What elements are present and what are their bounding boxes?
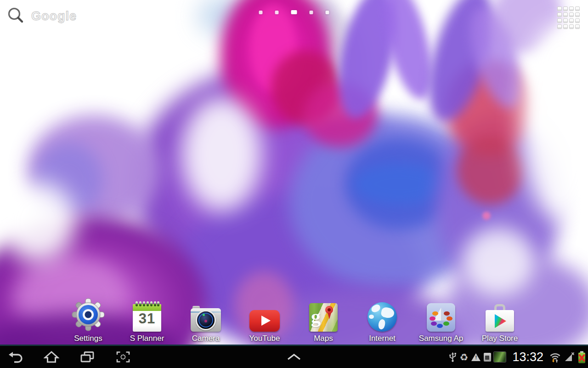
s-planner-icon: 31 <box>133 301 161 332</box>
magnifier-icon <box>6 6 25 26</box>
page-indicator-dot[interactable] <box>259 11 263 14</box>
app-label: Maps <box>314 334 333 343</box>
dock-item-settings[interactable]: Settings <box>59 297 118 343</box>
wifi-traffic-icon <box>549 351 561 363</box>
maps-icon: g <box>309 303 338 332</box>
app-label: Settings <box>74 334 102 343</box>
dock-item-samsung-apps[interactable]: Samsung Ap <box>412 297 470 343</box>
dock-item-play-store[interactable]: Play Store <box>470 297 529 343</box>
dock-item-youtube[interactable]: YouTube <box>235 297 294 343</box>
dock-item-internet[interactable]: Internet <box>353 297 412 343</box>
chevron-up-icon <box>287 354 301 360</box>
expand-panel-button[interactable] <box>287 346 301 368</box>
apps-grid-icon[interactable] <box>557 6 580 29</box>
camera-icon <box>191 306 221 332</box>
dock-item-s-planner[interactable]: 31 S Planner <box>118 297 176 343</box>
ink-blob <box>181 97 262 212</box>
app-label: Internet <box>369 334 396 343</box>
ink-blob <box>0 182 76 262</box>
internet-globe-icon <box>368 302 397 332</box>
app-label: S Planner <box>130 334 164 343</box>
app-label: Play Store <box>482 334 518 343</box>
google-logo-text: Google <box>31 9 77 23</box>
status-area[interactable]: ♻ ! 13:32 <box>448 346 586 368</box>
back-button[interactable] <box>7 349 24 365</box>
system-navbar: ♻ ! 13:32 <box>0 345 588 368</box>
back-icon <box>8 351 23 363</box>
play-store-icon <box>486 304 514 332</box>
page-indicator-dot[interactable] <box>326 11 329 14</box>
app-label: YouTube <box>249 334 280 343</box>
ink-blob <box>482 212 491 220</box>
home-button[interactable] <box>43 349 60 365</box>
usb-icon <box>448 351 457 362</box>
samsung-apps-icon <box>427 303 455 332</box>
ink-blob <box>462 228 535 297</box>
dock-item-maps[interactable]: g Maps <box>294 297 353 343</box>
battery-error-icon <box>577 351 586 363</box>
no-signal-icon <box>564 352 575 362</box>
app-label: Camera <box>192 334 220 343</box>
page-indicator-dot[interactable] <box>275 11 279 14</box>
screen-capture-button[interactable] <box>115 349 131 365</box>
recents-button[interactable] <box>79 349 96 365</box>
recents-icon <box>79 351 95 363</box>
page-indicator-dot[interactable] <box>310 11 313 14</box>
page-indicator-dot-active[interactable] <box>291 10 297 14</box>
ink-blob <box>457 136 524 205</box>
screenshot-thumbnail <box>494 352 506 362</box>
s-planner-date: 31 <box>133 310 161 327</box>
status-clock: 13:32 <box>512 350 543 364</box>
app-label: Samsung Ap <box>419 334 463 343</box>
page-indicator <box>259 10 329 14</box>
google-search-widget[interactable]: Google <box>6 6 77 26</box>
file-icon <box>484 353 491 362</box>
settings-icon <box>71 298 105 332</box>
ink-blob <box>354 163 446 205</box>
screen-capture-icon <box>116 351 130 363</box>
home-icon <box>44 351 59 363</box>
youtube-icon <box>249 310 280 332</box>
recycle-icon: ♻ <box>460 352 469 362</box>
dock-item-camera[interactable]: Camera <box>176 297 235 343</box>
dock: Settings 31 S Planner <box>0 297 588 343</box>
warning-icon: ! <box>471 353 481 361</box>
